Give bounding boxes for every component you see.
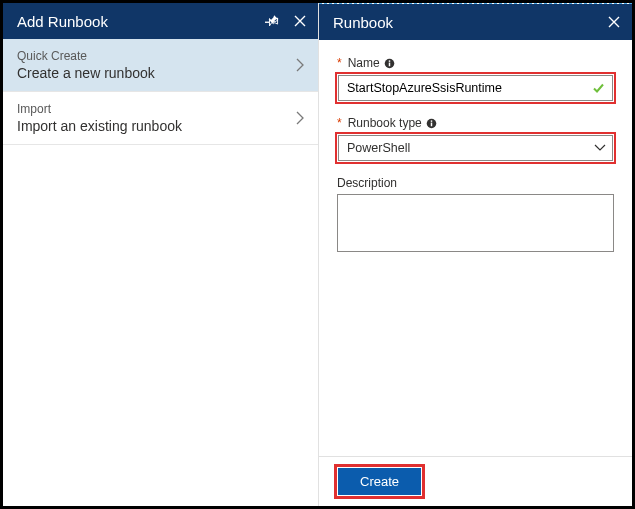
name-input-highlight: [337, 74, 614, 102]
option-desc: Import an existing runbook: [17, 118, 296, 134]
required-asterisk: *: [337, 56, 342, 70]
option-label: Import: [17, 102, 296, 116]
chevron-right-icon: [296, 58, 304, 72]
type-label-row: * Runbook type: [337, 116, 614, 130]
type-select-value: PowerShell: [347, 141, 410, 155]
option-quick-create[interactable]: Quick Create Create a new runbook: [3, 39, 318, 92]
window-frame: Add Runbook Quick Create Create a new ru…: [0, 0, 635, 509]
field-description: Description: [337, 176, 614, 255]
option-desc: Create a new runbook: [17, 65, 296, 81]
field-type: * Runbook type PowerShell: [337, 116, 614, 162]
create-button-highlight: Create: [337, 467, 422, 496]
create-button[interactable]: Create: [338, 468, 421, 495]
svg-rect-2: [388, 60, 389, 61]
svg-rect-5: [431, 120, 432, 121]
close-icon[interactable]: [606, 14, 622, 30]
type-select[interactable]: PowerShell: [338, 135, 613, 161]
runbook-header: Runbook: [319, 4, 632, 40]
field-name: * Name: [337, 56, 614, 102]
chevron-right-icon: [296, 111, 304, 125]
chevron-down-icon: [594, 144, 606, 152]
pin-icon[interactable]: [264, 13, 280, 29]
svg-rect-1: [388, 62, 389, 66]
runbook-form: * Name *: [319, 40, 632, 456]
info-icon[interactable]: [384, 58, 395, 69]
option-import[interactable]: Import Import an existing runbook: [3, 92, 318, 145]
add-runbook-title: Add Runbook: [17, 13, 252, 30]
desc-label: Description: [337, 176, 397, 190]
svg-rect-4: [431, 122, 432, 126]
description-textarea[interactable]: [337, 194, 614, 252]
info-icon[interactable]: [426, 118, 437, 129]
name-label-row: * Name: [337, 56, 614, 70]
name-label: Name: [348, 56, 380, 70]
desc-label-row: Description: [337, 176, 614, 190]
name-input[interactable]: [338, 75, 613, 101]
close-icon[interactable]: [292, 13, 308, 29]
type-label: Runbook type: [348, 116, 422, 130]
add-runbook-option-list: Quick Create Create a new runbook Import…: [3, 39, 318, 145]
add-runbook-panel: Add Runbook Quick Create Create a new ru…: [3, 3, 319, 506]
runbook-title: Runbook: [333, 14, 594, 31]
required-asterisk: *: [337, 116, 342, 130]
form-footer: Create: [319, 456, 632, 506]
add-runbook-header: Add Runbook: [3, 3, 318, 39]
runbook-panel: Runbook * Name: [319, 3, 632, 506]
option-label: Quick Create: [17, 49, 296, 63]
type-select-highlight: PowerShell: [337, 134, 614, 162]
